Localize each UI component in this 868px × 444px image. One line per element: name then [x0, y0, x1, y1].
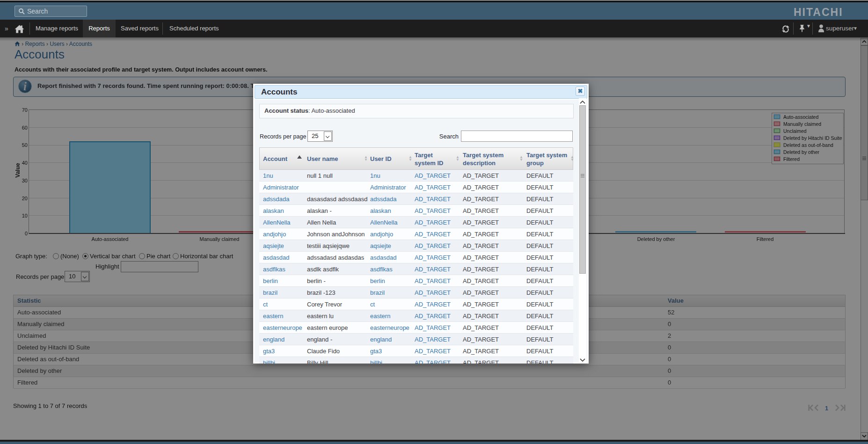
svg-text:1: 1 — [825, 405, 828, 412]
